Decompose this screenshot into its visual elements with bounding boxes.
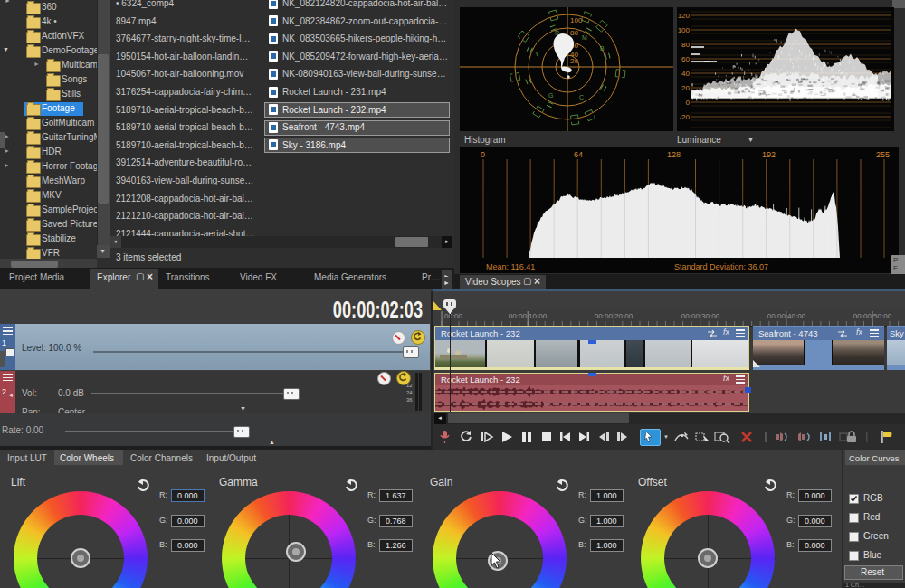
svg-text:B: B xyxy=(600,45,605,52)
svg-text:C: C xyxy=(579,94,584,100)
svg-text:-20: -20 xyxy=(679,113,690,121)
svg-text:M: M xyxy=(582,34,587,41)
svg-text:0: 0 xyxy=(686,99,691,107)
svg-text:80: 80 xyxy=(681,41,690,49)
svg-text:255: 255 xyxy=(876,150,890,159)
svg-text:120: 120 xyxy=(678,12,691,20)
svg-text:192: 192 xyxy=(762,150,776,159)
svg-text:40: 40 xyxy=(681,70,690,78)
svg-text:20: 20 xyxy=(681,84,690,92)
svg-text:Standard Deviation: 36.07: Standard Deviation: 36.07 xyxy=(674,262,768,271)
svg-text:60: 60 xyxy=(681,55,690,63)
svg-text:00:00:30:00: 00:00:30:00 xyxy=(681,312,720,320)
svg-text:Mean: 116.41: Mean: 116.41 xyxy=(486,262,535,271)
svg-text:Y: Y xyxy=(535,51,539,57)
svg-text:64: 64 xyxy=(574,150,583,159)
svg-text:0: 0 xyxy=(481,150,485,159)
svg-text:80: 80 xyxy=(570,29,578,37)
svg-text:00:00:10:00: 00:00:10:00 xyxy=(509,312,548,320)
svg-text:100: 100 xyxy=(678,26,691,34)
svg-text:00:00:20:00: 00:00:20:00 xyxy=(595,312,634,320)
svg-text:128: 128 xyxy=(667,150,681,159)
svg-text:100: 100 xyxy=(570,16,583,24)
svg-text:20: 20 xyxy=(570,57,578,65)
svg-text:00:00:50:00: 00:00:50:00 xyxy=(853,312,892,320)
svg-text:00:00:40:00: 00:00:40:00 xyxy=(767,312,806,320)
svg-text:G: G xyxy=(548,92,553,99)
